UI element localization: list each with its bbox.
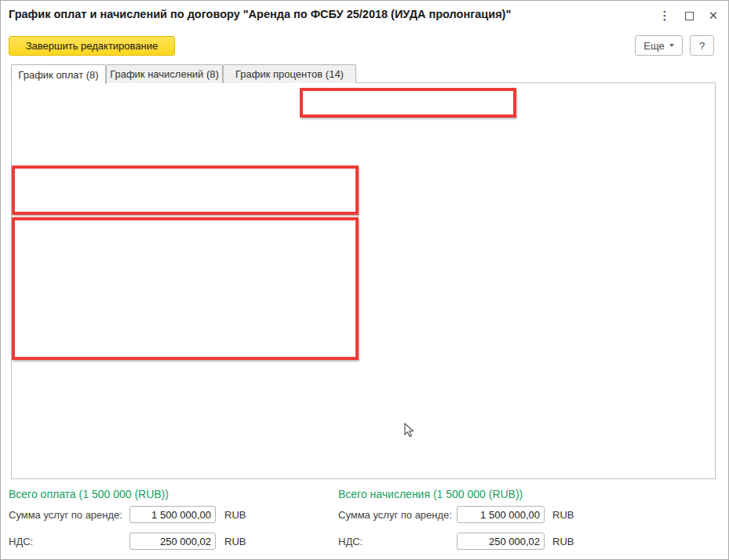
chevron-down-icon [669,44,674,47]
tab-interest-schedule[interactable]: График процентов (14) [223,64,356,83]
tab-payment-schedule[interactable]: График оплат (8) [11,64,106,84]
close-icon[interactable]: ✕ [705,7,722,24]
payment-sum-currency: RUB [224,509,246,521]
payment-sum-field[interactable]: 1 500 000,00 [129,506,216,523]
kebab-menu-icon[interactable]: ⋮ [656,7,673,24]
payment-sum-label: Сумма услуг по аренде: [9,509,122,521]
total-payment-title: Всего оплата (1 500 000 (RUB)) [9,488,169,500]
help-button[interactable]: ? [690,35,714,56]
accrual-vat-field[interactable]: 250 000,02 [457,533,545,550]
maximize-icon[interactable] [680,7,698,24]
window-title: График оплат и начислений по договору "А… [9,8,636,20]
payment-vat-label: НДС: [9,536,33,547]
payment-vat-currency: RUB [224,536,246,547]
accrual-sum-label: Сумма услуг по аренде: [338,509,452,521]
more-button-top[interactable]: Еще [635,35,683,56]
accrual-sum-field[interactable]: 1 500 000,00 [457,506,545,523]
accrual-sum-currency: RUB [552,509,574,521]
payment-vat-field[interactable]: 250 000,02 [129,533,216,550]
accrual-vat-currency: RUB [552,536,574,547]
accrual-vat-label: НДС: [338,536,363,547]
finish-editing-button[interactable]: Завершить редактирование [9,36,175,56]
tab-accrual-schedule[interactable]: График начислений (8) [106,64,223,83]
app-window: График оплат и начислений по договору "А… [0,0,729,560]
tab-content-panel [11,82,716,479]
total-accrual-title: Всего начисления (1 500 000 (RUB)) [338,488,523,500]
